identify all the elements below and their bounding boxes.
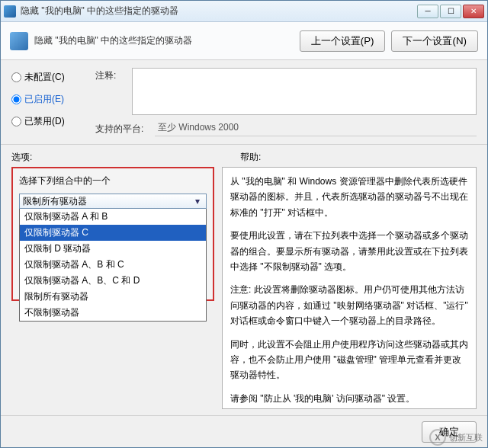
radio-not-configured[interactable]: 未配置(C) — [11, 71, 88, 84]
select-value: 限制所有驱动器 — [23, 195, 87, 208]
dialog-window: 隐藏 "我的电脑" 中的这些指定的驱动器 ─ ☐ ✕ 隐藏 "我的电脑" 中的这… — [0, 0, 488, 448]
toolbar: 隐藏 "我的电脑" 中的这些指定的驱动器 上一个设置(P) 下一个设置(N) — [1, 22, 487, 60]
select-display[interactable]: 限制所有驱动器 ▾ — [19, 194, 207, 209]
app-icon — [4, 5, 16, 18]
titlebar: 隐藏 "我的电脑" 中的这些指定的驱动器 ─ ☐ ✕ — [1, 1, 487, 22]
close-button[interactable]: ✕ — [463, 5, 484, 18]
section-labels: 选项: 帮助: — [1, 145, 487, 167]
radio-not-configured-input[interactable] — [11, 72, 21, 82]
options-label: 选项: — [11, 151, 222, 164]
options-box: 选择下列组合中的一个 限制所有驱动器 ▾ 仅限制驱动器 A 和 B 仅限制驱动器… — [11, 167, 214, 301]
platform-row: 支持的平台: 至少 Windows 2000 — [95, 120, 477, 136]
next-setting-button[interactable]: 下一个设置(N) — [391, 30, 478, 52]
help-p1: 从 "我的电脑" 和 Windows 资源管理器中删除代表所选硬件驱动器的图标。… — [230, 174, 468, 220]
select-option-4[interactable]: 仅限制驱动器 A、B、C 和 D — [20, 273, 206, 289]
comment-row: 注释: — [95, 68, 477, 115]
toolbar-heading: 隐藏 "我的电脑" 中的这些指定的驱动器 — [34, 34, 294, 47]
help-p2: 要使用此设置，请在下拉列表中选择一个驱动器或多个驱动器的组合。要显示所有驱动器，… — [230, 228, 468, 274]
state-radios: 未配置(C) 已启用(E) 已禁用(D) — [11, 68, 88, 136]
options-pane: 选择下列组合中的一个 限制所有驱动器 ▾ 仅限制驱动器 A 和 B 仅限制驱动器… — [11, 167, 214, 409]
select-option-3[interactable]: 仅限制驱动器 A、B 和 C — [20, 257, 206, 273]
select-dropdown: 仅限制驱动器 A 和 B 仅限制驱动器 C 仅限制 D 驱动器 仅限制驱动器 A… — [19, 209, 207, 322]
help-pane[interactable]: 从 "我的电脑" 和 Windows 资源管理器中删除代表所选硬件驱动器的图标。… — [222, 167, 477, 409]
radio-disabled[interactable]: 已禁用(D) — [11, 115, 88, 128]
radio-enabled-label: 已启用(E) — [24, 93, 64, 106]
window-title: 隐藏 "我的电脑" 中的这些指定的驱动器 — [21, 5, 417, 18]
radio-not-configured-label: 未配置(C) — [24, 71, 65, 84]
minimize-button[interactable]: ─ — [417, 5, 438, 18]
select-option-1[interactable]: 仅限制驱动器 C — [20, 225, 206, 241]
radio-enabled[interactable]: 已启用(E) — [11, 93, 88, 106]
maximize-button[interactable]: ☐ — [440, 5, 461, 18]
drive-select[interactable]: 限制所有驱动器 ▾ 仅限制驱动器 A 和 B 仅限制驱动器 C 仅限制 D 驱动… — [19, 194, 207, 322]
help-p5: 请参阅 "防止从 '我的电脑' 访问驱动器" 设置。 — [230, 391, 468, 406]
radio-disabled-label: 已禁用(D) — [24, 115, 65, 128]
select-option-2[interactable]: 仅限制 D 驱动器 — [20, 241, 206, 257]
chevron-down-icon: ▾ — [192, 196, 203, 206]
comment-textarea[interactable] — [132, 68, 477, 115]
help-p3: 注意: 此设置将删除驱动器图标。用户仍可使用其他方法访问驱动器的内容，如通过 "… — [230, 282, 468, 328]
body-area: 选择下列组合中的一个 限制所有驱动器 ▾ 仅限制驱动器 A 和 B 仅限制驱动器… — [1, 167, 487, 415]
platform-label: 支持的平台: — [95, 121, 149, 136]
select-option-6[interactable]: 不限制驱动器 — [20, 305, 206, 321]
options-heading: 选择下列组合中的一个 — [19, 174, 207, 187]
radio-disabled-input[interactable] — [11, 117, 21, 126]
policy-icon — [10, 32, 28, 50]
select-option-5[interactable]: 限制所有驱动器 — [20, 289, 206, 305]
ok-button[interactable]: 确定 — [422, 421, 477, 443]
prev-setting-button[interactable]: 上一个设置(P) — [300, 30, 386, 52]
help-label: 帮助: — [240, 151, 261, 164]
window-controls: ─ ☐ ✕ — [417, 5, 484, 18]
comment-label: 注释: — [95, 68, 126, 115]
footer: 确定 X 创新互联 — [1, 415, 487, 447]
select-option-0[interactable]: 仅限制驱动器 A 和 B — [20, 209, 206, 225]
platform-value: 至少 Windows 2000 — [155, 120, 477, 136]
config-area: 未配置(C) 已启用(E) 已禁用(D) 注释: 支持的平台: 至少 Windo… — [1, 60, 487, 141]
radio-enabled-input[interactable] — [11, 94, 21, 104]
comment-column: 注释: 支持的平台: 至少 Windows 2000 — [95, 68, 477, 136]
help-p4: 同时，此设置不会阻止用户使用程序访问这些驱动器或其内容，也不会防止用户使用 "磁… — [230, 337, 468, 383]
